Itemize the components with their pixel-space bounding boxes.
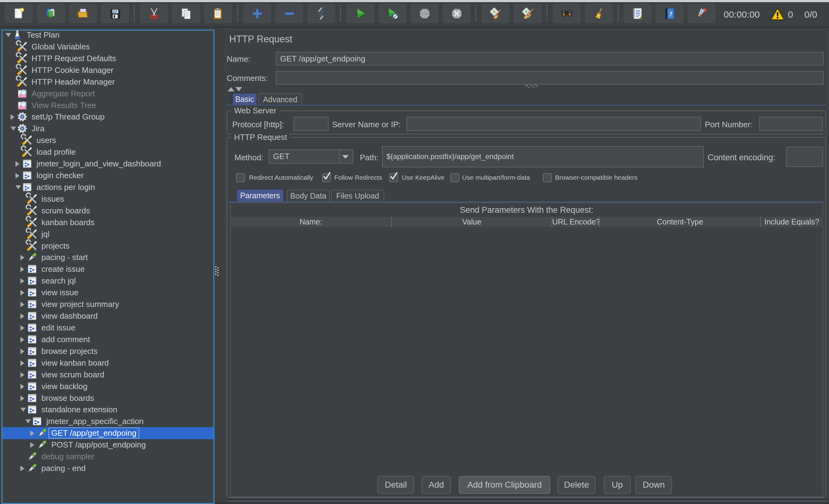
- svg-text:STOP: STOP: [421, 12, 429, 15]
- svg-text:?: ?: [669, 10, 673, 18]
